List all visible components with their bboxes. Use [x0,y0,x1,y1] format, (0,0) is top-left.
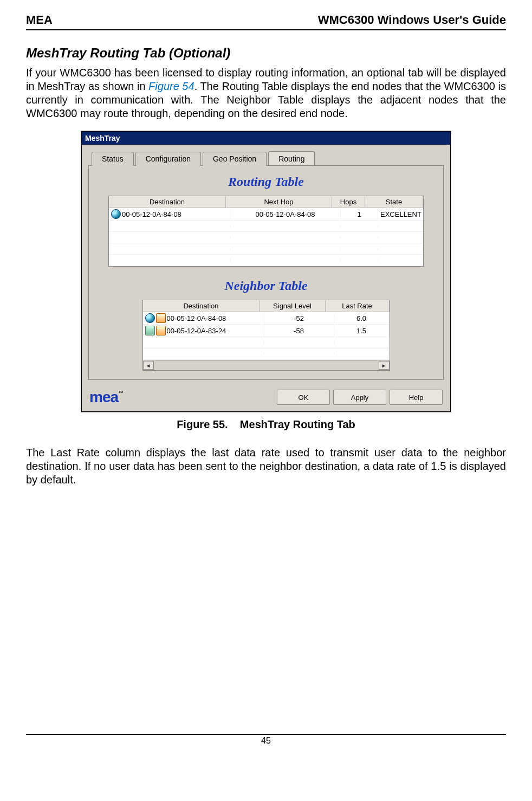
header-right: WMC6300 Windows User's Guide [318,13,506,27]
page-header: MEA WMC6300 Windows User's Guide [26,13,506,30]
card-icon [156,313,166,323]
page-number: 45 [0,735,532,746]
routing-table-header: Destination Next Hop Hops State [109,196,423,208]
routing-panel: Routing Table Destination Next Hop Hops … [88,165,444,380]
tab-configuration[interactable]: Configuration [135,152,201,166]
col-nt-destination[interactable]: Destination [143,300,260,312]
cell-destination-text: 00-05-12-0A-84-08 [122,210,181,218]
col-last-rate[interactable]: Last Rate [326,300,390,312]
table-row [109,221,423,232]
card-icon [156,326,166,335]
section-title: MeshTray Routing Tab (Optional) [26,46,506,61]
cell-destination: 00-05-12-0A-84-08 [109,208,230,220]
paragraph-1: If your WMC6300 has been licensed to dis… [26,66,506,120]
table-row [109,232,423,243]
col-next-hop[interactable]: Next Hop [226,196,332,208]
figure-caption: Figure 55. MeshTray Routing Tab [26,418,506,431]
table-row [109,243,423,255]
table-row[interactable]: 00-05-12-0A-83-24 -58 1.5 [143,325,390,337]
routing-table: Destination Next Hop Hops State 00-05-12… [108,196,424,267]
cell-nt-dest-text: 00-05-12-0A-84-08 [167,314,226,322]
apply-button[interactable]: Apply [333,390,386,405]
cell-nt-destination: 00-05-12-0A-83-24 [143,325,264,337]
cell-last-rate: 6.0 [334,313,390,324]
table-row [143,337,390,348]
neighbor-table: Destination Signal Level Last Rate 00-05… [142,300,390,371]
scroll-right-button[interactable]: ► [379,361,390,370]
globe-icon [111,209,121,219]
tab-geo-position[interactable]: Geo Position [203,152,267,166]
globe-icon [145,313,155,323]
col-hops[interactable]: Hops [332,196,365,208]
table-row [143,348,390,360]
cell-nt-dest-text: 00-05-12-0A-83-24 [167,327,226,335]
cell-signal-level: -52 [264,313,334,324]
col-signal-level[interactable]: Signal Level [260,300,326,312]
cell-last-rate: 1.5 [334,326,390,336]
cell-next-hop: 00-05-12-0A-84-08 [230,209,341,219]
caption-text: MeshTray Routing Tab [240,418,355,430]
paragraph-2: The Last Rate column displays the last d… [26,446,506,487]
col-destination[interactable]: Destination [109,196,226,208]
tab-strip: Status Configuration Geo Position Routin… [82,145,450,165]
logo-text: mea [89,389,118,405]
cell-nt-destination: 00-05-12-0A-84-08 [143,312,264,324]
cell-state: EXCELLENT [378,209,424,219]
horizontal-scrollbar[interactable]: ◄ ► [143,360,390,370]
page-footer: 45 [0,734,532,746]
caption-label: Figure 55. [177,418,228,430]
trademark-symbol: ™ [118,390,123,396]
neighbor-table-header: Destination Signal Level Last Rate [143,300,390,312]
col-state[interactable]: State [365,196,423,208]
mea-logo: mea™ [89,389,123,406]
button-row: OK Apply Help [277,390,443,405]
tab-routing[interactable]: Routing [268,151,315,165]
routing-table-title: Routing Table [96,175,436,189]
cell-signal-level: -58 [264,326,334,336]
table-row[interactable]: 00-05-12-0A-84-08 -52 6.0 [143,312,390,325]
scroll-left-button[interactable]: ◄ [143,361,154,370]
window-titlebar: MeshTray [82,132,450,145]
figure-link: Figure 54 [148,80,194,92]
cell-hops: 1 [341,209,378,219]
table-row [109,255,423,266]
meshtray-window: MeshTray Status Configuration Geo Positi… [81,131,451,412]
tab-status[interactable]: Status [92,152,134,166]
table-row[interactable]: 00-05-12-0A-84-08 00-05-12-0A-84-08 1 EX… [109,208,423,221]
header-left: MEA [26,13,53,27]
neighbor-table-title: Neighbor Table [96,279,436,293]
help-button[interactable]: Help [390,390,443,405]
device-icon [145,326,155,335]
ok-button[interactable]: OK [277,390,330,405]
window-footer: mea™ OK Apply Help [82,385,450,411]
